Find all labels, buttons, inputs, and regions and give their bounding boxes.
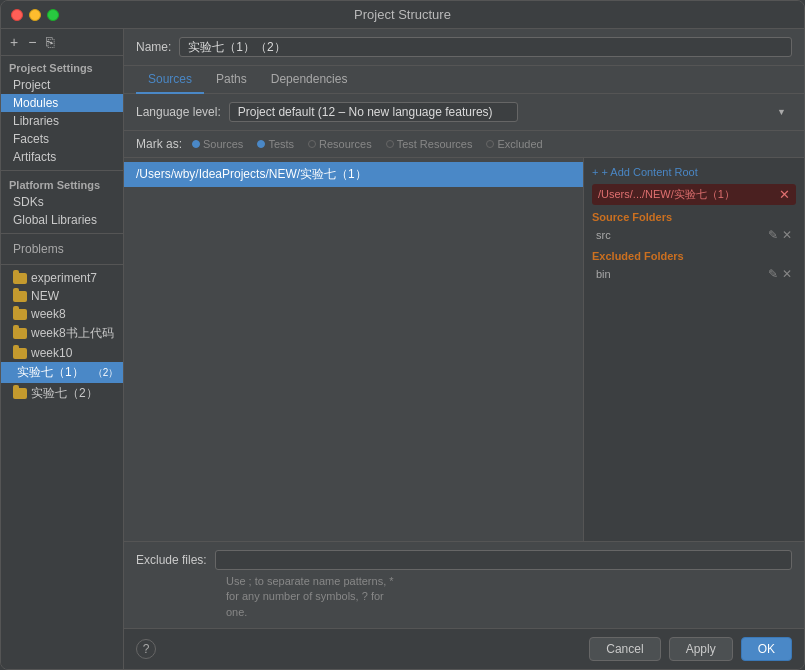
module-item-shiyan7-2[interactable]: 实验七（2） (1, 383, 123, 404)
name-input[interactable] (179, 37, 792, 57)
mark-tests-label: Tests (268, 138, 294, 150)
content-root-item[interactable]: /Users/wby/IdeaProjects/NEW/实验七（1） (124, 162, 583, 187)
source-folder-item-src: src ✎ ✕ (592, 226, 796, 244)
edit-source-folder-button[interactable]: ✎ (768, 228, 778, 242)
exclude-files-section: Exclude files: Use ; to separate name pa… (124, 541, 804, 628)
mark-as-excluded-button[interactable]: Excluded (482, 137, 546, 151)
mark-excluded-label: Excluded (497, 138, 542, 150)
excluded-folder-label: bin (596, 268, 611, 280)
module-badge: （2） (90, 366, 122, 380)
apply-button[interactable]: Apply (669, 637, 733, 661)
exclude-files-input[interactable] (215, 550, 792, 570)
tab-paths[interactable]: Paths (204, 66, 259, 94)
sidebar-item-sdks[interactable]: SDKs (1, 193, 123, 211)
traffic-lights (11, 9, 59, 21)
mark-test-resources-label: Test Resources (397, 138, 473, 150)
excluded-dot (486, 140, 494, 148)
module-item-experiment7[interactable]: experiment7 (1, 269, 123, 287)
source-folders-title: Source Folders (592, 211, 796, 223)
mark-as-label: Mark as: (136, 137, 182, 151)
remove-excluded-folder-button[interactable]: ✕ (782, 267, 792, 281)
language-level-select[interactable]: Project default (12 – No new language fe… (229, 102, 518, 122)
module-item-week10[interactable]: week10 (1, 344, 123, 362)
artifacts-item-label: Artifacts (13, 150, 56, 164)
module-item-week8[interactable]: week8 (1, 305, 123, 323)
maximize-button[interactable] (47, 9, 59, 21)
mark-as-resources-button[interactable]: Resources (304, 137, 376, 151)
module-list-divider (1, 264, 123, 265)
name-row: Name: (124, 29, 804, 66)
minimize-button[interactable] (29, 9, 41, 21)
ok-button[interactable]: OK (741, 637, 792, 661)
facets-item-label: Facets (13, 132, 49, 146)
libraries-item-label: Libraries (13, 114, 59, 128)
sidebar-item-facets[interactable]: Facets (1, 130, 123, 148)
resources-dot (308, 140, 316, 148)
remove-module-button[interactable]: − (25, 33, 39, 51)
exclude-files-hint: Use ; to separate name patterns, *for an… (136, 574, 792, 620)
current-root-path-label: /Users/.../NEW/实验七（1） (598, 187, 735, 202)
modules-item-label: Modules (13, 96, 58, 110)
module-label: week8书上代码 (31, 325, 114, 342)
language-level-select-wrap: Project default (12 – No new language fe… (229, 102, 792, 122)
sidebar-item-global-libraries[interactable]: Global Libraries (1, 211, 123, 229)
folder-icon (13, 291, 27, 302)
copy-module-button[interactable]: ⎘ (43, 33, 57, 51)
excluded-folders-title: Excluded Folders (592, 250, 796, 262)
test-resources-dot (386, 140, 394, 148)
content-details-panel: + + Add Content Root /Users/.../NEW/实验七（… (584, 158, 804, 541)
module-item-week8book[interactable]: week8书上代码 (1, 323, 123, 344)
remove-root-button[interactable]: ✕ (779, 187, 790, 202)
mark-as-sources-button[interactable]: Sources (188, 137, 247, 151)
sidebar-item-project[interactable]: Project (1, 76, 123, 94)
folder-icon (13, 309, 27, 320)
cancel-button[interactable]: Cancel (589, 637, 660, 661)
remove-source-folder-button[interactable]: ✕ (782, 228, 792, 242)
sidebar-toolbar: + − ⎘ (1, 29, 123, 56)
sidebar-item-modules[interactable]: Modules (1, 94, 123, 112)
window-title: Project Structure (354, 7, 451, 22)
module-label: experiment7 (31, 271, 97, 285)
add-module-button[interactable]: + (7, 33, 21, 51)
tab-sources[interactable]: Sources (136, 66, 204, 94)
sidebar-item-problems[interactable]: Problems (1, 238, 123, 260)
exclude-files-row: Exclude files: (136, 550, 792, 570)
help-button[interactable]: ? (136, 639, 156, 659)
main-content: + − ⎘ Project Settings Project Modules L… (1, 29, 804, 669)
right-panel: Name: Sources Paths Dependencies Languag… (124, 29, 804, 669)
add-root-plus-icon: + (592, 166, 598, 178)
mark-as-test-resources-button[interactable]: Test Resources (382, 137, 477, 151)
folder-actions: ✎ ✕ (768, 228, 792, 242)
action-buttons: Cancel Apply OK (589, 637, 792, 661)
folder-icon (13, 328, 27, 339)
module-label: 实验七（1） (17, 364, 84, 381)
exclude-files-label: Exclude files: (136, 553, 207, 567)
tests-dot (257, 140, 265, 148)
excluded-folder-item-bin: bin ✎ ✕ (592, 265, 796, 283)
language-level-row: Language level: Project default (12 – No… (124, 94, 804, 131)
module-item-NEW[interactable]: NEW (1, 287, 123, 305)
add-content-root-label: + Add Content Root (601, 166, 697, 178)
module-item-shiyan7-1[interactable]: 实验七（1） （2） (1, 362, 123, 383)
module-label: week8 (31, 307, 66, 321)
platform-settings-label: Platform Settings (1, 175, 123, 193)
tab-dependencies[interactable]: Dependencies (259, 66, 360, 94)
edit-excluded-folder-button[interactable]: ✎ (768, 267, 778, 281)
module-label: 实验七（2） (31, 385, 98, 402)
sidebar-item-libraries[interactable]: Libraries (1, 112, 123, 130)
sidebar-divider (1, 170, 123, 171)
current-root-path: /Users/.../NEW/实验七（1） ✕ (592, 184, 796, 205)
name-label: Name: (136, 40, 171, 54)
module-label: week10 (31, 346, 72, 360)
content-area: /Users/wby/IdeaProjects/NEW/实验七（1） + + A… (124, 158, 804, 541)
close-button[interactable] (11, 9, 23, 21)
mark-as-tests-button[interactable]: Tests (253, 137, 298, 151)
sidebar-item-artifacts[interactable]: Artifacts (1, 148, 123, 166)
add-content-root-button[interactable]: + + Add Content Root (592, 164, 698, 180)
sidebar: + − ⎘ Project Settings Project Modules L… (1, 29, 124, 669)
project-item-label: Project (13, 78, 50, 92)
language-level-label: Language level: (136, 105, 221, 119)
sources-dot (192, 140, 200, 148)
mark-sources-label: Sources (203, 138, 243, 150)
sidebar-divider-2 (1, 233, 123, 234)
